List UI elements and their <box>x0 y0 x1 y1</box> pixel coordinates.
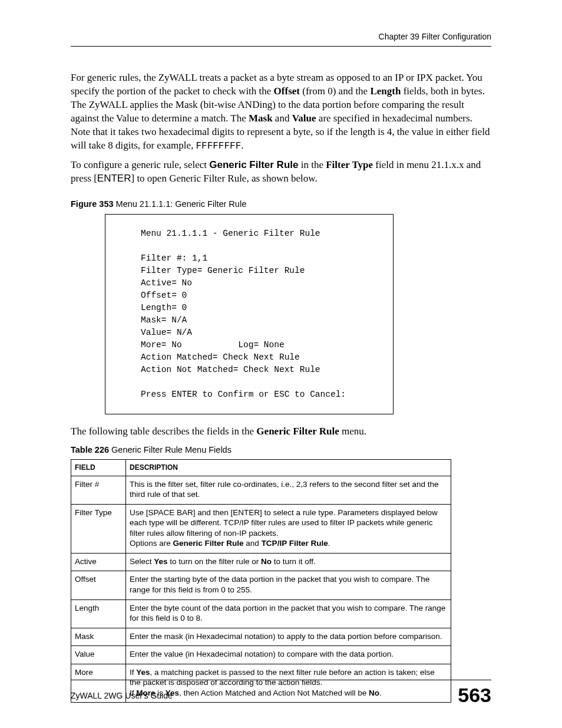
field-desc-cell: Enter the mask (in Hexadecimal notation)… <box>126 628 451 646</box>
field-desc-cell: Enter the value (in Hexadecimal notation… <box>126 646 451 664</box>
field-name-cell: Filter # <box>71 476 126 504</box>
field-name-cell: Offset <box>71 571 126 599</box>
body-content: For generic rules, the ZyWALL treats a p… <box>71 47 491 703</box>
text-bold: Generic Filter Rule <box>209 159 298 170</box>
text: The following table describes the fields… <box>71 426 256 437</box>
table-row: LengthEnter the byte count of the data p… <box>71 599 451 628</box>
field-name-cell: Length <box>71 599 126 628</box>
page-footer: ZyWALL 2WG User's Guide 563 <box>71 680 491 707</box>
col-header-description: DESCRIPTION <box>126 460 451 476</box>
text-bold: Generic Filter Rule <box>256 426 339 437</box>
table-row: ValueEnter the value (in Hexadecimal not… <box>71 646 451 664</box>
text-bold: Value <box>292 113 316 124</box>
field-name-cell: Filter Type <box>71 504 126 553</box>
figure-caption: Figure 353 Menu 21.1.1.1: Generic Filter… <box>71 199 491 210</box>
table-title: Generic Filter Rule Menu Fields <box>109 445 232 454</box>
page-header: Chapter 39 Filter Configuration <box>71 32 491 47</box>
text: (from 0) and the <box>300 85 370 97</box>
text: and <box>273 113 292 124</box>
field-name-cell: Value <box>71 646 126 664</box>
table-row: MaskEnter the mask (in Hexadecimal notat… <box>71 628 451 646</box>
field-desc-cell: Select Yes to turn on the filter rule or… <box>126 553 451 571</box>
table-number: Table 226 <box>71 445 109 454</box>
chapter-label: Chapter 39 Filter Configuration <box>379 32 491 41</box>
table-row: OffsetEnter the starting byte of the dat… <box>71 571 451 599</box>
figure-title: Menu 21.1.1.1: Generic Filter Rule <box>114 199 247 209</box>
footer-page-number: 563 <box>458 684 491 707</box>
table-row: Filter TypeUse [SPACE BAR] and then [ENT… <box>71 504 451 553</box>
text: To configure a generic rule, select <box>71 159 209 170</box>
text: ] to open Generic Filter Rule, as shown … <box>131 173 317 184</box>
field-name-cell: Mask <box>71 628 126 646</box>
field-desc-cell: Enter the byte count of the data portion… <box>126 599 451 628</box>
figure-number: Figure 353 <box>71 199 114 209</box>
terminal-screenshot: Menu 21.1.1.1 - Generic Filter Rule Filt… <box>105 214 394 414</box>
text-bold: Mask <box>249 113 273 124</box>
col-header-field: FIELD <box>71 460 126 476</box>
field-name-cell: Active <box>71 553 126 571</box>
text-bold: Length <box>370 85 401 97</box>
table-row: ActiveSelect Yes to turn on the filter r… <box>71 553 451 571</box>
text-sans: ENTER <box>97 173 131 184</box>
table-intro: The following table describes the fields… <box>71 425 491 439</box>
field-desc-cell: This is the filter set, filter rule co-o… <box>126 476 451 504</box>
text: . <box>241 140 243 151</box>
text: in the <box>298 159 326 170</box>
intro-para-2: To configure a generic rule, select Gene… <box>71 159 491 186</box>
text: menu. <box>339 426 366 437</box>
text-bold: Filter Type <box>326 159 373 170</box>
text-mono: FFFFFFFF <box>196 141 241 151</box>
field-desc-cell: Use [SPACE BAR] and then [ENTER] to sele… <box>126 504 451 553</box>
text-bold: Offset <box>274 85 300 97</box>
field-desc-cell: Enter the starting byte of the data port… <box>126 571 451 599</box>
intro-para-1: For generic rules, the ZyWALL treats a p… <box>71 71 491 153</box>
footer-guide-title: ZyWALL 2WG User's Guide <box>71 691 173 700</box>
table-header-row: FIELD DESCRIPTION <box>71 460 451 476</box>
page-container: Chapter 39 Filter Configuration For gene… <box>0 0 562 728</box>
fields-table: FIELD DESCRIPTION Filter #This is the fi… <box>71 459 451 703</box>
table-row: Filter #This is the filter set, filter r… <box>71 476 451 504</box>
table-caption: Table 226 Generic Filter Rule Menu Field… <box>71 444 491 456</box>
